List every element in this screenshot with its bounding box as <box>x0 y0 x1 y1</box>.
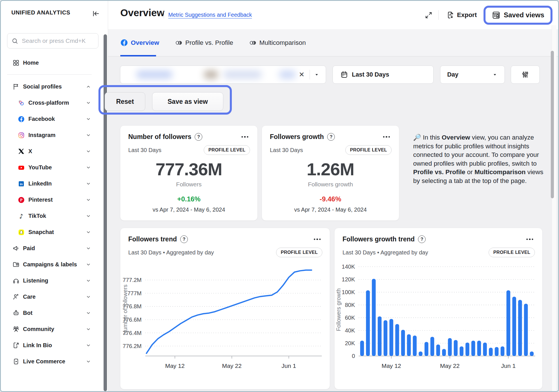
page-header: Overview Metric Suggestions and Feedback… <box>108 1 558 29</box>
chevron-down-icon[interactable] <box>85 246 91 251</box>
blurred-avatar <box>204 70 218 79</box>
sidebar-item-pinterest[interactable]: PPinterest <box>1 192 98 208</box>
metric-compare-range: vs Apr 7, 2024 - May 6, 2024 <box>120 206 257 213</box>
megaphone-icon <box>12 245 20 252</box>
help-icon[interactable]: ? <box>180 235 188 243</box>
clear-selection-icon[interactable]: ✕ <box>296 69 307 80</box>
sidebar-item-label: YouTube <box>28 164 52 171</box>
svg-text:80K: 80K <box>345 302 355 308</box>
profile-selector[interactable]: ✕ <box>120 66 326 84</box>
granularity-label: Day <box>447 71 458 78</box>
date-range-button[interactable]: Last 30 Days <box>333 66 434 84</box>
search-input[interactable] <box>7 33 98 49</box>
sidebar-item-tiktok[interactable]: ♪TikTok <box>1 208 98 224</box>
card-title: Followers trend <box>128 235 177 243</box>
phone-play-icon <box>12 358 20 365</box>
chevron-down-icon[interactable] <box>85 181 91 187</box>
sidebar-item-bot[interactable]: Bot <box>1 305 98 321</box>
followers-growth-bar-chart[interactable]: 020K40K60K80K100K120K140KFollowers growt… <box>335 260 542 379</box>
collapse-sidebar-icon[interactable] <box>91 9 101 18</box>
chevron-down-icon[interactable] <box>85 116 91 122</box>
input-divider <box>310 70 310 79</box>
metric-delta: +0.16% <box>120 195 257 203</box>
page-scrollbar-thumb[interactable] <box>551 51 554 198</box>
tab-profile-vs-profile[interactable]: Profile vs. Profile <box>175 39 233 47</box>
svg-text:777.2M: 777.2M <box>123 277 142 283</box>
reset-label: Reset <box>116 98 134 106</box>
chevron-down-icon[interactable] <box>85 229 91 235</box>
chevron-down-icon[interactable] <box>85 149 91 154</box>
sidebar-item-care[interactable]: Care <box>1 289 98 305</box>
page-scrollbar-track[interactable] <box>552 25 556 391</box>
sidebar-item-snapchat[interactable]: Snapchat <box>1 224 98 240</box>
card-menu-icon[interactable] <box>240 134 250 140</box>
chevron-down-icon[interactable] <box>85 132 91 138</box>
saved-views-button[interactable]: Saved views <box>484 6 552 25</box>
chevron-up-icon[interactable] <box>85 84 91 90</box>
card-menu-icon[interactable] <box>381 134 392 140</box>
help-icon[interactable]: ? <box>418 235 426 243</box>
granularity-select[interactable]: Day <box>440 66 505 84</box>
help-icon[interactable]: ? <box>195 133 202 141</box>
card-menu-icon[interactable] <box>312 237 323 242</box>
reset-button[interactable]: Reset <box>105 92 145 111</box>
header-divider <box>438 10 439 20</box>
expand-icon[interactable] <box>423 9 434 21</box>
sidebar-item-facebook[interactable]: Facebook <box>1 111 98 127</box>
chevron-down-icon[interactable] <box>85 294 91 300</box>
chevron-down-icon[interactable] <box>85 197 91 203</box>
followers-trend-line-chart[interactable]: 776.2M776.4M776.6M776.8M777M777.2MNumber… <box>120 260 330 379</box>
export-button[interactable]: Export <box>444 9 480 21</box>
date-range-label: Last 30 Days <box>352 71 389 78</box>
metric-suggestions-link[interactable]: Metric Suggestions and Feedback <box>168 12 252 18</box>
sidebar-item-instagram[interactable]: Instagram <box>1 127 98 143</box>
svg-text:♪: ♪ <box>19 213 23 220</box>
card-menu-icon[interactable] <box>525 237 535 242</box>
chevron-down-icon[interactable] <box>85 262 91 267</box>
sidebar-item-community[interactable]: Community <box>1 321 98 337</box>
chevron-down-icon[interactable] <box>85 310 91 316</box>
sidebar-item-home[interactable]: Home <box>1 55 98 71</box>
chevron-down-icon[interactable] <box>85 165 91 170</box>
sliders-icon <box>521 70 529 79</box>
chevron-down-icon[interactable] <box>85 359 91 364</box>
help-icon[interactable]: ? <box>327 133 335 141</box>
sidebar-item-linkedin[interactable]: inLinkedIn <box>1 176 98 192</box>
sidebar-item-label: Facebook <box>28 116 55 122</box>
chevron-down-icon[interactable] <box>85 326 91 332</box>
sidebar-item-label: Pinterest <box>28 197 53 203</box>
svg-text:120K: 120K <box>342 276 355 283</box>
chevron-down-icon[interactable] <box>85 343 91 348</box>
sidebar-item-youtube[interactable]: YouTube <box>1 159 98 176</box>
sidebar-item-label: Paid <box>23 245 35 252</box>
search-field[interactable] <box>21 37 99 45</box>
tab-label: Overview <box>131 39 159 47</box>
sidebar-item-x[interactable]: X <box>1 143 98 159</box>
chevron-down-icon[interactable] <box>85 100 91 106</box>
sidebar-item-live-commerce[interactable]: Live Commerce <box>1 353 98 370</box>
sidebar-item-paid[interactable]: Paid <box>1 240 98 256</box>
blurred-profile-name <box>136 70 173 79</box>
sidebar-item-label: Snapchat <box>28 229 54 235</box>
sidebar-item-link-in-bio[interactable]: Link In Bio <box>1 337 98 353</box>
svg-text:20K: 20K <box>345 340 355 346</box>
tab-label: Profile vs. Profile <box>185 39 233 47</box>
page-title: Overview <box>120 7 165 18</box>
profile-dropdown-caret-icon[interactable] <box>312 71 321 79</box>
card-title: Followers growth trend <box>342 235 415 243</box>
sidebar-item-campaigns-labels[interactable]: Campaigns & labels <box>1 256 98 273</box>
svg-text:0: 0 <box>352 353 355 359</box>
tab-multicomparison[interactable]: Multicomparison <box>249 39 306 47</box>
chart-settings-button[interactable] <box>511 66 540 84</box>
care-person-icon <box>12 293 20 301</box>
tab-overview[interactable]: Overview <box>120 39 159 47</box>
chevron-down-icon[interactable] <box>85 213 91 219</box>
save-as-view-button[interactable]: Save as view <box>152 92 223 111</box>
sidebar-item-listening[interactable]: Listening <box>1 273 98 289</box>
sidebar-item-label: LinkedIn <box>28 180 52 187</box>
chevron-down-icon[interactable] <box>85 278 91 284</box>
sidebar-scrollbar[interactable] <box>104 34 107 391</box>
sidebar-item-cross-platform[interactable]: Cross-platform <box>1 95 98 111</box>
sidebar-item-social-profiles[interactable]: Social profiles <box>1 79 98 95</box>
svg-text:Followers growth: Followers growth <box>335 288 342 331</box>
